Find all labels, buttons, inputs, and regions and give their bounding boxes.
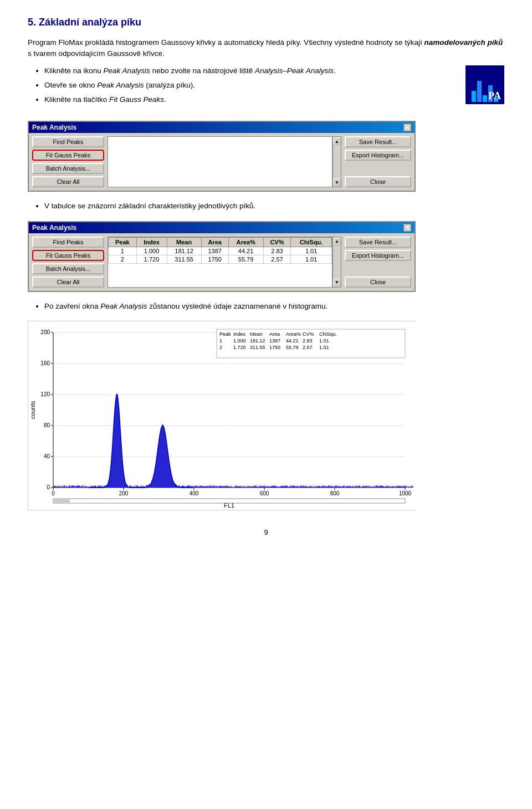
peak-analysis-window-1: Peak Analysis ✕ Find Peaks Fit Gauss Pea… <box>28 121 416 192</box>
instruction-list: Klikněte na ikonu Peak Analysis nebo zvo… <box>44 65 454 106</box>
scroll-down-2[interactable]: ▼ <box>333 279 341 286</box>
para1-bold: namodelovaných píků <box>424 38 503 47</box>
cell-mean-1: 181.12 <box>167 247 201 255</box>
window2-right-buttons: Save Result... Export Histogram... Close <box>345 237 411 288</box>
window2-close-button[interactable]: ✕ <box>403 224 411 232</box>
col-mean: Mean <box>167 237 201 247</box>
cell-index-2: 1.720 <box>136 255 167 263</box>
page-title: 5. Základní analýza píku <box>28 17 504 28</box>
histogram-chart <box>28 321 416 510</box>
cell-chisqu-2: 1.01 <box>291 255 332 263</box>
col-area: Area <box>201 237 228 247</box>
find-peaks-button-1[interactable]: Find Peaks <box>32 136 104 147</box>
cell-index-1: 1.000 <box>136 247 167 255</box>
batch-analysis-button-1[interactable]: Batch Analysis... <box>32 163 104 174</box>
window1-right-buttons: Save Result... Export Histogram... Close <box>345 136 411 187</box>
window1-titlebar: Peak Analysis ✕ <box>29 122 415 133</box>
cell-peak-2: 2 <box>109 255 137 263</box>
cell-areapct-2: 55.79 <box>228 255 263 263</box>
batch-analysis-button-2[interactable]: Batch Analysis... <box>32 263 104 274</box>
clear-all-button-1[interactable]: Clear All <box>32 176 104 187</box>
chart-canvas <box>28 321 416 510</box>
fit-gauss-peaks-button-1[interactable]: Fit Gauss Peaks <box>32 150 104 161</box>
window1-left-buttons: Find Peaks Fit Gauss Peaks Batch Analysi… <box>32 136 104 187</box>
window2-title: Peak Analysis <box>32 224 76 232</box>
cell-cv-2: 2.57 <box>263 255 291 263</box>
window1-close-button[interactable]: ✕ <box>403 124 411 131</box>
window2-left-buttons: Find Peaks Fit Gauss Peaks Batch Analysi… <box>32 237 104 288</box>
table-row: 2 1.720 311.55 1750 55.79 2.57 1.01 <box>109 255 332 263</box>
col-cv: CV% <box>263 237 291 247</box>
close-button-2[interactable]: Close <box>345 277 411 288</box>
table-bullet: V tabulce se znázorní základní charakter… <box>44 201 504 212</box>
col-index: Index <box>136 237 167 247</box>
scroll-up-1[interactable]: ▲ <box>333 137 341 145</box>
window1-content-area: ▲ ▼ <box>108 136 341 187</box>
find-peaks-button-2[interactable]: Find Peaks <box>32 237 104 248</box>
table-bullet-list: V tabulce se znázorní základní charakter… <box>44 201 504 212</box>
page-number: 9 <box>28 527 504 538</box>
cell-peak-1: 1 <box>109 247 137 255</box>
window2-titlebar: Peak Analysis ✕ <box>29 222 415 233</box>
cell-area-2: 1750 <box>201 255 228 263</box>
close-bullet-list: Po zavření okna Peak Analysis zůstanou v… <box>44 301 504 312</box>
save-result-button-2[interactable]: Save Result... <box>345 237 411 248</box>
pa-icon: PA <box>466 65 504 104</box>
col-area-pct: Area% <box>228 237 263 247</box>
window1-scrollbar[interactable]: ▲ ▼ <box>332 136 341 187</box>
bullet-3: Klikněte na tlačítko Fit Gauss Peaks. <box>44 94 454 105</box>
fit-gauss-peaks-button-2[interactable]: Fit Gauss Peaks <box>32 250 104 261</box>
close-button-1[interactable]: Close <box>345 176 411 187</box>
window1-title: Peak Analysis <box>32 124 76 131</box>
table-row: 1 1.000 181.12 1387 44.21 2.83 1.01 <box>109 247 332 255</box>
scroll-down-1[interactable]: ▼ <box>333 178 341 186</box>
para1-text2: s tvarem odpovídajícím Gaussově křivce. <box>28 49 165 58</box>
bullet-1: Klikněte na ikonu Peak Analysis nebo zvo… <box>44 65 454 76</box>
peak-data-table: Peak Index Mean Area Area% CV% ChiSqu. 1 <box>108 237 332 264</box>
cell-mean-2: 311.55 <box>167 255 201 263</box>
col-chisqu: ChiSqu. <box>291 237 332 247</box>
scroll-up-2[interactable]: ▲ <box>333 238 341 245</box>
intro-paragraph: Program FloMax prokládá histogramem Gaus… <box>28 37 504 60</box>
peak-analysis-window-2: Peak Analysis ✕ Find Peaks Fit Gauss Pea… <box>28 221 416 292</box>
clear-all-button-2[interactable]: Clear All <box>32 277 104 288</box>
close-bullet: Po zavření okna Peak Analysis zůstanou v… <box>44 301 504 312</box>
col-peak: Peak <box>109 237 137 247</box>
cell-chisqu-1: 1.01 <box>291 247 332 255</box>
export-histogram-button-1[interactable]: Export Histogram... <box>345 150 411 161</box>
window2-content-area: Peak Index Mean Area Area% CV% ChiSqu. 1 <box>108 237 341 288</box>
cell-cv-1: 2.83 <box>263 247 291 255</box>
cell-area-1: 1387 <box>201 247 228 255</box>
window2-scrollbar[interactable]: ▲ ▼ <box>332 237 341 288</box>
bullet-2: Otevře se okno Peak Analysis (analýza pí… <box>44 80 454 91</box>
cell-areapct-1: 44.21 <box>228 247 263 255</box>
para1-text1: Program FloMax prokládá histogramem Gaus… <box>28 38 424 47</box>
save-result-button-1[interactable]: Save Result... <box>345 136 411 147</box>
export-histogram-button-2[interactable]: Export Histogram... <box>345 250 411 261</box>
